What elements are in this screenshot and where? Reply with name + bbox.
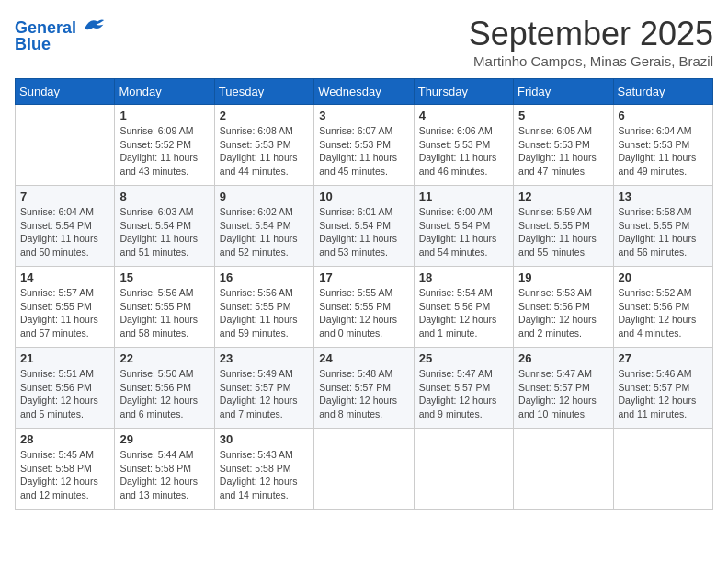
day-info: Sunrise: 5:53 AM Sunset: 5:56 PM Dayligh…: [518, 286, 608, 340]
day-number: 23: [220, 351, 309, 365]
calendar-cell: 15Sunrise: 5:56 AM Sunset: 5:55 PM Dayli…: [115, 267, 214, 348]
calendar-cell: 6Sunrise: 6:04 AM Sunset: 5:53 PM Daylig…: [613, 105, 712, 186]
calendar-cell: 21Sunrise: 5:51 AM Sunset: 5:56 PM Dayli…: [16, 348, 115, 429]
week-row-4: 21Sunrise: 5:51 AM Sunset: 5:56 PM Dayli…: [16, 348, 713, 429]
calendar-cell: 25Sunrise: 5:47 AM Sunset: 5:57 PM Dayli…: [414, 348, 513, 429]
calendar-cell: [314, 429, 414, 510]
day-info: Sunrise: 5:58 AM Sunset: 5:55 PM Dayligh…: [619, 205, 708, 259]
day-number: 29: [119, 432, 209, 446]
logo-bird-icon: [83, 15, 105, 33]
day-info: Sunrise: 5:48 AM Sunset: 5:57 PM Dayligh…: [319, 367, 408, 421]
day-number: 17: [319, 270, 408, 284]
day-number: 26: [518, 351, 608, 365]
week-row-3: 14Sunrise: 5:57 AM Sunset: 5:55 PM Dayli…: [16, 267, 713, 348]
day-number: 12: [518, 190, 608, 203]
day-number: 21: [20, 351, 109, 365]
day-number: 28: [20, 432, 109, 446]
day-info: Sunrise: 6:01 AM Sunset: 5:54 PM Dayligh…: [319, 205, 408, 259]
calendar-cell: 20Sunrise: 5:52 AM Sunset: 5:56 PM Dayli…: [613, 267, 712, 348]
day-info: Sunrise: 6:04 AM Sunset: 5:53 PM Dayligh…: [619, 124, 708, 178]
calendar-cell: [16, 105, 115, 186]
title-block: September 2025 Martinho Campos, Minas Ge…: [469, 15, 713, 69]
week-row-1: 1Sunrise: 6:09 AM Sunset: 5:52 PM Daylig…: [16, 105, 713, 186]
day-number: 4: [419, 109, 508, 122]
calendar-cell: 24Sunrise: 5:48 AM Sunset: 5:57 PM Dayli…: [314, 348, 414, 429]
calendar-cell: 26Sunrise: 5:47 AM Sunset: 5:57 PM Dayli…: [514, 348, 613, 429]
day-number: 16: [220, 270, 309, 284]
calendar-cell: 2Sunrise: 6:08 AM Sunset: 5:53 PM Daylig…: [214, 105, 313, 186]
calendar-cell: 18Sunrise: 5:54 AM Sunset: 5:56 PM Dayli…: [414, 267, 513, 348]
calendar-cell: 17Sunrise: 5:55 AM Sunset: 5:55 PM Dayli…: [314, 267, 414, 348]
day-info: Sunrise: 5:47 AM Sunset: 5:57 PM Dayligh…: [518, 367, 608, 421]
calendar-cell: 12Sunrise: 5:59 AM Sunset: 5:55 PM Dayli…: [514, 186, 613, 267]
day-info: Sunrise: 5:45 AM Sunset: 5:58 PM Dayligh…: [20, 448, 109, 502]
calendar-cell: 4Sunrise: 6:06 AM Sunset: 5:53 PM Daylig…: [414, 105, 513, 186]
day-info: Sunrise: 5:47 AM Sunset: 5:57 PM Dayligh…: [419, 367, 508, 421]
day-number: 15: [119, 270, 209, 284]
day-info: Sunrise: 6:05 AM Sunset: 5:53 PM Dayligh…: [518, 124, 608, 178]
calendar-cell: 7Sunrise: 6:04 AM Sunset: 5:54 PM Daylig…: [16, 186, 115, 267]
calendar-cell: 11Sunrise: 6:00 AM Sunset: 5:54 PM Dayli…: [414, 186, 513, 267]
day-info: Sunrise: 5:55 AM Sunset: 5:55 PM Dayligh…: [319, 286, 408, 340]
day-number: 6: [619, 109, 708, 122]
logo: General Blue: [15, 15, 105, 54]
calendar-cell: 5Sunrise: 6:05 AM Sunset: 5:53 PM Daylig…: [514, 105, 613, 186]
calendar-cell: 10Sunrise: 6:01 AM Sunset: 5:54 PM Dayli…: [314, 186, 414, 267]
day-info: Sunrise: 5:54 AM Sunset: 5:56 PM Dayligh…: [419, 286, 508, 340]
day-number: 27: [619, 351, 708, 365]
calendar-cell: [613, 429, 712, 510]
location-subtitle: Martinho Campos, Minas Gerais, Brazil: [469, 53, 713, 69]
day-number: 11: [419, 190, 508, 203]
calendar-cell: 8Sunrise: 6:03 AM Sunset: 5:54 PM Daylig…: [115, 186, 214, 267]
day-info: Sunrise: 5:46 AM Sunset: 5:57 PM Dayligh…: [619, 367, 708, 421]
day-info: Sunrise: 5:44 AM Sunset: 5:58 PM Dayligh…: [119, 448, 209, 502]
calendar-cell: 14Sunrise: 5:57 AM Sunset: 5:55 PM Dayli…: [16, 267, 115, 348]
day-info: Sunrise: 6:08 AM Sunset: 5:53 PM Dayligh…: [220, 124, 309, 178]
day-info: Sunrise: 5:59 AM Sunset: 5:55 PM Dayligh…: [518, 205, 608, 259]
day-info: Sunrise: 6:09 AM Sunset: 5:52 PM Dayligh…: [119, 124, 209, 178]
col-header-saturday: Saturday: [613, 79, 712, 105]
day-info: Sunrise: 5:51 AM Sunset: 5:56 PM Dayligh…: [20, 367, 109, 421]
day-number: 25: [419, 351, 508, 365]
day-info: Sunrise: 5:52 AM Sunset: 5:56 PM Dayligh…: [619, 286, 708, 340]
calendar-cell: 9Sunrise: 6:02 AM Sunset: 5:54 PM Daylig…: [214, 186, 313, 267]
col-header-thursday: Thursday: [414, 79, 513, 105]
calendar-cell: 27Sunrise: 5:46 AM Sunset: 5:57 PM Dayli…: [613, 348, 712, 429]
day-number: 3: [319, 109, 408, 122]
day-number: 22: [119, 351, 209, 365]
calendar-header-row: SundayMondayTuesdayWednesdayThursdayFrid…: [16, 79, 713, 105]
day-number: 5: [518, 109, 608, 122]
day-number: 18: [419, 270, 508, 284]
col-header-tuesday: Tuesday: [214, 79, 313, 105]
col-header-sunday: Sunday: [16, 79, 115, 105]
day-info: Sunrise: 6:07 AM Sunset: 5:53 PM Dayligh…: [319, 124, 408, 178]
day-info: Sunrise: 5:50 AM Sunset: 5:56 PM Dayligh…: [119, 367, 209, 421]
day-number: 24: [319, 351, 408, 365]
day-info: Sunrise: 5:43 AM Sunset: 5:58 PM Dayligh…: [220, 448, 309, 502]
day-info: Sunrise: 6:04 AM Sunset: 5:54 PM Dayligh…: [20, 205, 109, 259]
day-number: 14: [20, 270, 109, 284]
day-info: Sunrise: 6:00 AM Sunset: 5:54 PM Dayligh…: [419, 205, 508, 259]
calendar-cell: 1Sunrise: 6:09 AM Sunset: 5:52 PM Daylig…: [115, 105, 214, 186]
day-number: 8: [119, 190, 209, 203]
calendar-cell: 3Sunrise: 6:07 AM Sunset: 5:53 PM Daylig…: [314, 105, 414, 186]
day-info: Sunrise: 6:03 AM Sunset: 5:54 PM Dayligh…: [119, 205, 209, 259]
calendar-cell: 22Sunrise: 5:50 AM Sunset: 5:56 PM Dayli…: [115, 348, 214, 429]
day-info: Sunrise: 6:06 AM Sunset: 5:53 PM Dayligh…: [419, 124, 508, 178]
page-header: General Blue September 2025 Martinho Cam…: [15, 15, 713, 69]
day-number: 30: [220, 432, 309, 446]
calendar-cell: 30Sunrise: 5:43 AM Sunset: 5:58 PM Dayli…: [214, 429, 313, 510]
day-info: Sunrise: 5:49 AM Sunset: 5:57 PM Dayligh…: [220, 367, 309, 421]
calendar-cell: 16Sunrise: 5:56 AM Sunset: 5:55 PM Dayli…: [214, 267, 313, 348]
day-number: 20: [619, 270, 708, 284]
day-number: 2: [220, 109, 309, 122]
calendar-table: SundayMondayTuesdayWednesdayThursdayFrid…: [15, 78, 713, 510]
day-number: 13: [619, 190, 708, 203]
day-info: Sunrise: 5:57 AM Sunset: 5:55 PM Dayligh…: [20, 286, 109, 340]
calendar-cell: 28Sunrise: 5:45 AM Sunset: 5:58 PM Dayli…: [16, 429, 115, 510]
day-info: Sunrise: 5:56 AM Sunset: 5:55 PM Dayligh…: [220, 286, 309, 340]
week-row-2: 7Sunrise: 6:04 AM Sunset: 5:54 PM Daylig…: [16, 186, 713, 267]
calendar-cell: [514, 429, 613, 510]
calendar-cell: 19Sunrise: 5:53 AM Sunset: 5:56 PM Dayli…: [514, 267, 613, 348]
calendar-cell: 29Sunrise: 5:44 AM Sunset: 5:58 PM Dayli…: [115, 429, 214, 510]
